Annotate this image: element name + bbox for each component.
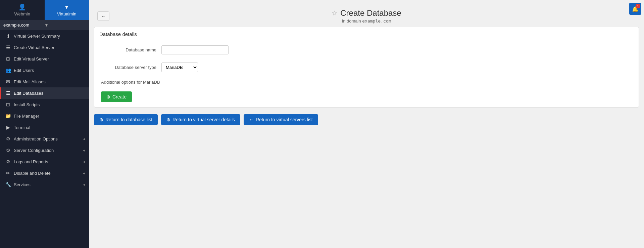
sidebar-item-services[interactable]: 🔧 Services ◂ [0, 179, 89, 190]
tab-webmin-label: Webmin [14, 11, 30, 16]
card-header-title: Database details [99, 31, 137, 37]
sidebar-item-label: Logs and Reports [14, 159, 83, 164]
database-details-card: Database details Database name Database … [94, 27, 639, 108]
admin-icon: ⚙ [5, 136, 11, 141]
sidebar-item-label: Edit Databases [14, 91, 85, 96]
sidebar-item-server-configuration[interactable]: ⚙ Server Configuration ◂ [0, 144, 89, 156]
folder-icon: 📁 [5, 113, 11, 119]
sidebar-item-edit-users[interactable]: 👥 Edit Users [0, 65, 89, 76]
sidebar: 👤 Webmin ▾ Virtualmin example.com ▼ ℹ Vi… [0, 0, 89, 248]
sidebar-item-label: Services [14, 182, 83, 187]
create-label: Create [112, 94, 127, 99]
sidebar-item-label: Create Virtual Server [14, 45, 85, 50]
sidebar-item-label: Administration Options [14, 136, 83, 141]
sidebar-item-logs-and-reports[interactable]: ⚙ Logs and Reports ◂ [0, 156, 89, 167]
sidebar-item-terminal[interactable]: ▶ Terminal [0, 122, 89, 133]
database-server-type-row: Database server type MariaDB MySQL Postg… [94, 58, 639, 76]
db-icon: ☰ [5, 90, 11, 96]
additional-options-text: Additional options for MariaDB [94, 76, 639, 88]
sidebar-item-label: Disable and Delete [14, 171, 83, 176]
webmin-icon: 👤 [2, 3, 43, 11]
return-vs-label: Return to virtual server details [172, 117, 235, 122]
return-virtual-servers-list-button[interactable]: ← Return to virtual servers list [244, 114, 318, 125]
admin-arrow: ◂ [83, 137, 85, 141]
sidebar-item-edit-virtual-server[interactable]: ⊞ Edit Virtual Server [0, 53, 89, 65]
delete-icon: ✏ [5, 170, 11, 176]
return-vsl-icon: ← [249, 117, 254, 122]
return-vs-icon: ⊕ [166, 117, 170, 122]
sidebar-item-label: Server Configuration [14, 148, 83, 153]
server-config-icon: ⚙ [5, 148, 11, 153]
database-name-input[interactable] [161, 45, 229, 54]
return-database-list-button[interactable]: ⊕ Return to database list [94, 114, 158, 125]
star-icon[interactable]: ☆ [332, 9, 338, 17]
database-server-type-label: Database server type [101, 65, 161, 70]
sidebar-item-disable-and-delete[interactable]: ✏ Disable and Delete ◂ [0, 167, 89, 179]
sidebar-item-install-scripts[interactable]: ⊡ Install Scripts [0, 99, 89, 110]
subtitle-prefix: In domain [342, 18, 361, 24]
main-content: 🔔 1 ← ☆ Create Database In domain exampl… [89, 0, 644, 248]
page-subtitle: In domain example.com [332, 18, 401, 24]
page-title-text: Create Database [340, 8, 401, 18]
sidebar-item-label: File Manager [14, 114, 85, 119]
edit-vs-icon: ⊞ [5, 56, 11, 61]
subtitle-domain: example.com [362, 18, 391, 24]
sidebar-item-label: Edit Virtual Server [14, 56, 85, 61]
sidebar-item-label: Edit Mail Aliases [14, 79, 85, 84]
sidebar-item-edit-mail-aliases[interactable]: ✉ Edit Mail Aliases [0, 76, 89, 87]
virtualmin-icon: ▾ [46, 3, 88, 11]
sidebar-item-create-virtual-server[interactable]: ☰ Create Virtual Server [0, 42, 89, 53]
domain-arrow: ▼ [45, 23, 86, 28]
action-buttons: ⊕ Return to database list ⊕ Return to vi… [94, 113, 639, 130]
logs-icon: ⚙ [5, 159, 11, 164]
additional-options-label: Additional options for MariaDB [101, 80, 160, 85]
title-area: ☆ Create Database In domain example.com [332, 8, 401, 24]
back-button[interactable]: ← [97, 11, 109, 21]
page-title: ☆ Create Database [332, 8, 401, 18]
return-vsl-label: Return to virtual servers list [256, 117, 313, 122]
users-icon: 👥 [5, 68, 11, 73]
create-icon: ⊕ [106, 94, 110, 99]
return-db-label: Return to database list [105, 117, 152, 122]
info-icon: ℹ [5, 33, 11, 39]
top-tabs: 👤 Webmin ▾ Virtualmin [0, 0, 89, 20]
sidebar-item-virtual-server-summary[interactable]: ℹ Virtual Server Summary [0, 30, 89, 42]
database-name-row: Database name [94, 41, 639, 58]
sidebar-item-label: Install Scripts [14, 102, 85, 107]
create-button[interactable]: ⊕ Create [101, 91, 132, 102]
logs-arrow: ◂ [83, 160, 85, 164]
create-section: ⊕ Create [94, 88, 639, 107]
content-area: ← ☆ Create Database In domain example.co… [89, 0, 644, 248]
card-header: Database details [94, 27, 639, 41]
database-name-label: Database name [101, 47, 161, 52]
sidebar-item-label: Virtual Server Summary [14, 34, 85, 39]
sidebar-item-label: Edit Users [14, 68, 85, 73]
page-header: ← ☆ Create Database In domain example.co… [94, 3, 639, 27]
return-db-icon: ⊕ [99, 117, 103, 122]
sidebar-item-administration-options[interactable]: ⚙ Administration Options ◂ [0, 133, 89, 144]
server-config-arrow: ◂ [83, 148, 85, 153]
domain-selector[interactable]: example.com ▼ [0, 20, 89, 30]
mail-icon: ✉ [5, 79, 11, 84]
sidebar-item-edit-databases[interactable]: ☰ Edit Databases [0, 87, 89, 99]
sidebar-item-label: Terminal [14, 125, 85, 130]
sidebar-item-file-manager[interactable]: 📁 File Manager [0, 110, 89, 122]
return-virtual-server-details-button[interactable]: ⊕ Return to virtual server details [161, 114, 240, 125]
database-server-type-select[interactable]: MariaDB MySQL PostgreSQL [161, 63, 198, 72]
select-wrapper: MariaDB MySQL PostgreSQL [161, 63, 198, 72]
domain-value: example.com [3, 23, 45, 28]
create-vs-icon: ☰ [5, 45, 11, 50]
sidebar-nav: ℹ Virtual Server Summary ☰ Create Virtua… [0, 30, 89, 190]
tab-webmin[interactable]: 👤 Webmin [0, 0, 45, 20]
scripts-icon: ⊡ [5, 102, 11, 107]
tab-virtualmin-label: Virtualmin [57, 11, 77, 16]
tab-virtualmin[interactable]: ▾ Virtualmin [45, 0, 89, 20]
terminal-icon: ▶ [5, 125, 11, 130]
services-icon: 🔧 [5, 182, 11, 187]
services-arrow: ◂ [83, 182, 85, 187]
delete-arrow: ◂ [83, 171, 85, 175]
